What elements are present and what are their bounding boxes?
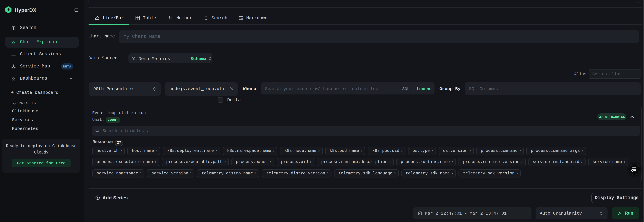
svg-text:1: 1: [169, 16, 170, 18]
svg-text:2: 2: [169, 18, 170, 20]
svg-text:3: 3: [171, 17, 172, 19]
